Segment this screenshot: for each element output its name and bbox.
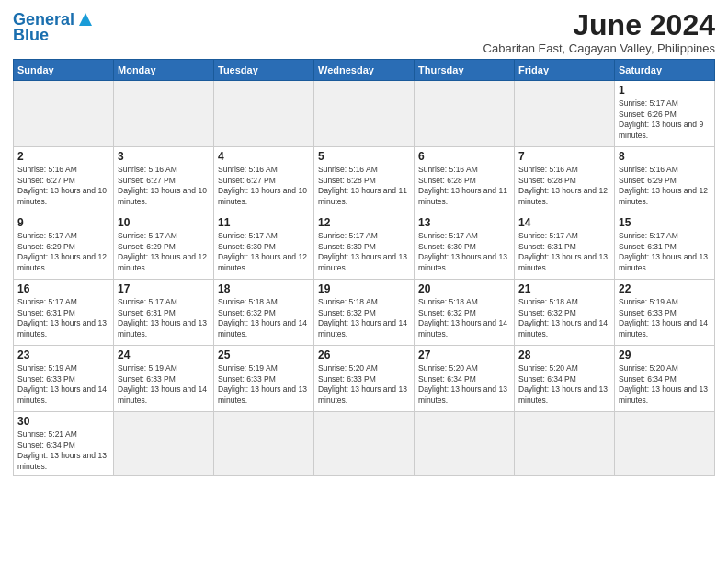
col-saturday: Saturday <box>615 60 715 81</box>
day-number: 4 <box>218 150 310 163</box>
cell-info: Sunrise: 5:16 AMSunset: 6:27 PMDaylight:… <box>118 165 210 207</box>
table-row <box>114 412 214 476</box>
table-row: 19Sunrise: 5:18 AMSunset: 6:32 PMDayligh… <box>314 280 415 346</box>
table-row: 7Sunrise: 5:16 AMSunset: 6:28 PMDaylight… <box>515 147 615 213</box>
day-number: 6 <box>418 150 510 163</box>
header-row: Sunday Monday Tuesday Wednesday Thursday… <box>14 60 715 81</box>
day-number: 14 <box>518 216 610 229</box>
title-month-year: June 2024 <box>483 9 715 41</box>
table-row: 12Sunrise: 5:17 AMSunset: 6:30 PMDayligh… <box>314 213 415 280</box>
cell-info: Sunrise: 5:17 AMSunset: 6:31 PMDaylight:… <box>619 231 711 273</box>
table-row: 26Sunrise: 5:20 AMSunset: 6:33 PMDayligh… <box>314 346 415 412</box>
table-row: 24Sunrise: 5:19 AMSunset: 6:33 PMDayligh… <box>114 346 214 412</box>
day-number: 28 <box>518 349 610 362</box>
col-sunday: Sunday <box>14 60 114 81</box>
cell-info: Sunrise: 5:19 AMSunset: 6:33 PMDaylight:… <box>118 363 210 406</box>
day-number: 21 <box>518 282 610 295</box>
day-number: 16 <box>17 282 109 295</box>
col-wednesday: Wednesday <box>314 60 415 81</box>
calendar-table: Sunday Monday Tuesday Wednesday Thursday… <box>13 59 715 476</box>
day-number: 9 <box>17 216 109 229</box>
table-row <box>214 412 314 476</box>
table-row: 27Sunrise: 5:20 AMSunset: 6:34 PMDayligh… <box>415 346 515 412</box>
table-row: 4Sunrise: 5:16 AMSunset: 6:27 PMDaylight… <box>214 147 314 213</box>
cell-info: Sunrise: 5:20 AMSunset: 6:33 PMDaylight:… <box>318 363 410 406</box>
table-row: 1Sunrise: 5:17 AMSunset: 6:26 PMDaylight… <box>615 81 715 147</box>
day-number: 23 <box>17 349 109 362</box>
col-monday: Monday <box>114 60 214 81</box>
day-number: 2 <box>17 150 109 163</box>
cell-info: Sunrise: 5:20 AMSunset: 6:34 PMDaylight:… <box>619 363 711 406</box>
day-number: 30 <box>17 415 109 428</box>
cell-info: Sunrise: 5:17 AMSunset: 6:31 PMDaylight:… <box>518 231 610 273</box>
day-number: 20 <box>418 282 510 295</box>
day-number: 25 <box>218 349 310 362</box>
table-row: 17Sunrise: 5:17 AMSunset: 6:31 PMDayligh… <box>114 280 214 346</box>
table-row <box>14 81 114 147</box>
table-row <box>214 81 314 147</box>
day-number: 5 <box>318 150 410 163</box>
day-number: 15 <box>619 216 711 229</box>
cell-info: Sunrise: 5:20 AMSunset: 6:34 PMDaylight:… <box>418 363 510 406</box>
cell-info: Sunrise: 5:17 AMSunset: 6:30 PMDaylight:… <box>218 231 310 273</box>
table-row <box>615 412 715 476</box>
cell-info: Sunrise: 5:19 AMSunset: 6:33 PMDaylight:… <box>218 363 310 406</box>
cell-info: Sunrise: 5:17 AMSunset: 6:31 PMDaylight:… <box>17 297 109 339</box>
svg-marker-0 <box>79 13 92 26</box>
cell-info: Sunrise: 5:18 AMSunset: 6:32 PMDaylight:… <box>318 297 410 339</box>
header: General Blue June 2024 Cabaritan East, C… <box>13 9 715 55</box>
day-number: 18 <box>218 282 310 295</box>
table-row: 2Sunrise: 5:16 AMSunset: 6:27 PMDaylight… <box>14 147 114 213</box>
table-row: 18Sunrise: 5:18 AMSunset: 6:32 PMDayligh… <box>214 280 314 346</box>
table-row <box>415 81 515 147</box>
table-row: 10Sunrise: 5:17 AMSunset: 6:29 PMDayligh… <box>114 213 214 280</box>
table-row <box>114 81 214 147</box>
day-number: 1 <box>619 84 711 97</box>
table-row: 23Sunrise: 5:19 AMSunset: 6:33 PMDayligh… <box>14 346 114 412</box>
day-number: 27 <box>418 349 510 362</box>
table-row: 3Sunrise: 5:16 AMSunset: 6:27 PMDaylight… <box>114 147 214 213</box>
table-row <box>314 81 415 147</box>
table-row: 22Sunrise: 5:19 AMSunset: 6:33 PMDayligh… <box>615 280 715 346</box>
table-row <box>515 412 615 476</box>
table-row: 14Sunrise: 5:17 AMSunset: 6:31 PMDayligh… <box>515 213 615 280</box>
title-location: Cabaritan East, Cagayan Valley, Philippi… <box>483 41 715 55</box>
day-number: 7 <box>518 150 610 163</box>
day-number: 22 <box>619 282 711 295</box>
table-row: 5Sunrise: 5:16 AMSunset: 6:28 PMDaylight… <box>314 147 415 213</box>
col-tuesday: Tuesday <box>214 60 314 81</box>
cell-info: Sunrise: 5:16 AMSunset: 6:28 PMDaylight:… <box>318 165 410 207</box>
cell-info: Sunrise: 5:17 AMSunset: 6:29 PMDaylight:… <box>17 231 109 273</box>
table-row: 6Sunrise: 5:16 AMSunset: 6:28 PMDaylight… <box>415 147 515 213</box>
cell-info: Sunrise: 5:18 AMSunset: 6:32 PMDaylight:… <box>218 297 310 339</box>
cell-info: Sunrise: 5:17 AMSunset: 6:30 PMDaylight:… <box>418 231 510 273</box>
page: General Blue June 2024 Cabaritan East, C… <box>0 0 728 485</box>
day-number: 17 <box>118 282 210 295</box>
logo-area: General Blue <box>13 9 96 45</box>
cell-info: Sunrise: 5:17 AMSunset: 6:26 PMDaylight:… <box>619 98 711 141</box>
cell-info: Sunrise: 5:21 AMSunset: 6:34 PMDaylight:… <box>17 430 109 472</box>
day-number: 11 <box>218 216 310 229</box>
table-row: 30Sunrise: 5:21 AMSunset: 6:34 PMDayligh… <box>14 412 114 476</box>
cell-info: Sunrise: 5:17 AMSunset: 6:31 PMDaylight:… <box>118 297 210 339</box>
table-row: 29Sunrise: 5:20 AMSunset: 6:34 PMDayligh… <box>615 346 715 412</box>
table-row: 25Sunrise: 5:19 AMSunset: 6:33 PMDayligh… <box>214 346 314 412</box>
day-number: 26 <box>318 349 410 362</box>
table-row: 9Sunrise: 5:17 AMSunset: 6:29 PMDaylight… <box>14 213 114 280</box>
cell-info: Sunrise: 5:16 AMSunset: 6:27 PMDaylight:… <box>218 165 310 207</box>
cell-info: Sunrise: 5:17 AMSunset: 6:30 PMDaylight:… <box>318 231 410 273</box>
cell-info: Sunrise: 5:18 AMSunset: 6:32 PMDaylight:… <box>418 297 510 339</box>
col-thursday: Thursday <box>415 60 515 81</box>
day-number: 12 <box>318 216 410 229</box>
day-number: 3 <box>118 150 210 163</box>
table-row: 13Sunrise: 5:17 AMSunset: 6:30 PMDayligh… <box>415 213 515 280</box>
table-row <box>515 81 615 147</box>
table-row: 8Sunrise: 5:16 AMSunset: 6:29 PMDaylight… <box>615 147 715 213</box>
table-row: 16Sunrise: 5:17 AMSunset: 6:31 PMDayligh… <box>14 280 114 346</box>
day-number: 29 <box>619 349 711 362</box>
table-row: 28Sunrise: 5:20 AMSunset: 6:34 PMDayligh… <box>515 346 615 412</box>
cell-info: Sunrise: 5:16 AMSunset: 6:29 PMDaylight:… <box>619 165 711 207</box>
cell-info: Sunrise: 5:16 AMSunset: 6:28 PMDaylight:… <box>418 165 510 207</box>
day-number: 19 <box>318 282 410 295</box>
table-row: 20Sunrise: 5:18 AMSunset: 6:32 PMDayligh… <box>415 280 515 346</box>
